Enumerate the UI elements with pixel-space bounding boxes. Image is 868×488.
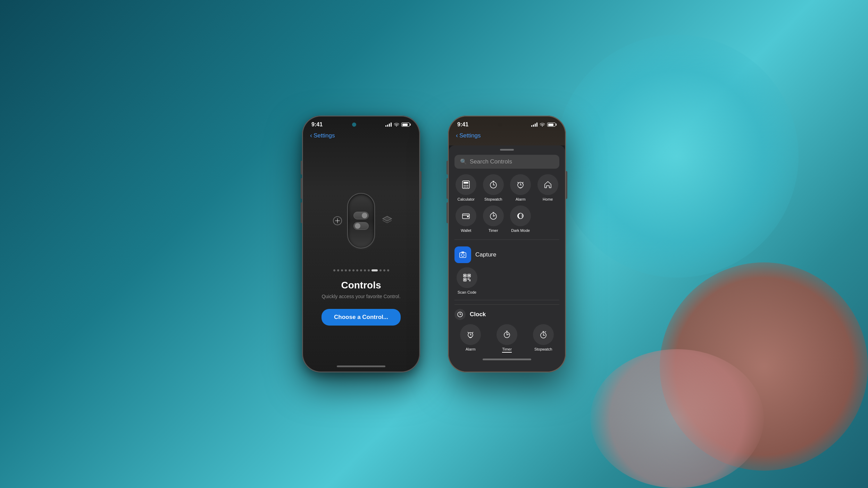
search-bar[interactable]: 🔍 Search Controls — [454, 155, 559, 169]
phone-2-nav: ‹ Settings — [449, 131, 565, 142]
phone-2-wifi-icon — [540, 122, 545, 127]
stopwatch-label: Stopwatch — [484, 197, 502, 201]
svg-rect-33 — [461, 252, 464, 253]
svg-rect-4 — [464, 182, 468, 184]
choose-control-button[interactable]: Choose a Control... — [322, 309, 401, 326]
calculator-icon-circle — [456, 174, 476, 195]
clock-section-title: Clock — [470, 311, 486, 318]
phone-1-dynamic-island-mini — [352, 123, 356, 127]
dot-10 — [368, 269, 370, 271]
phone-2-left-btn-3 — [446, 202, 448, 223]
phone-1-right-btn — [420, 171, 422, 199]
phone-1-home-indicator — [337, 365, 385, 367]
phone-1-back-button[interactable]: ‹ Settings — [310, 132, 335, 139]
timer-icon-circle — [483, 205, 504, 226]
clock-stopwatch-icon — [533, 324, 554, 345]
svg-point-9 — [466, 186, 467, 187]
dot-11 — [372, 269, 378, 271]
controls-subtitle: Quickly access your favorite Control. — [322, 294, 400, 299]
phone-2-signal — [531, 123, 537, 127]
dot-5 — [349, 269, 351, 271]
clock-sub-grid: Alarm — [454, 324, 559, 353]
dark-mode-icon-circle — [510, 205, 531, 226]
toggle-pill-bottom — [353, 222, 369, 230]
phone-2-battery-icon — [547, 123, 557, 127]
sheet-handle — [500, 149, 514, 151]
pagination-dots — [333, 269, 389, 271]
phone-2-top: 9:41 — [449, 117, 565, 145]
control-dark-mode[interactable]: Dark Mode — [509, 205, 532, 233]
alarm-icon-circle — [510, 174, 531, 195]
dot-4 — [345, 269, 347, 271]
control-stopwatch[interactable]: Stopwatch — [482, 174, 505, 201]
dot-13 — [383, 269, 385, 271]
phone-1-back-label: Settings — [314, 132, 335, 139]
add-icon — [330, 213, 345, 228]
clock-alarm-label: Alarm — [466, 347, 476, 351]
layers-icon — [382, 216, 392, 226]
phone-1-status-bar: 9:41 — [303, 117, 419, 131]
phone-1-battery-icon — [401, 123, 411, 127]
toggle-capsule — [347, 193, 375, 249]
controls-main-grid: Calculator — [454, 174, 559, 233]
phone-2-time: 9:41 — [457, 121, 468, 128]
phone-1-screen: 9:41 — [303, 117, 419, 371]
svg-point-6 — [466, 185, 467, 186]
divider-2 — [454, 300, 559, 300]
dot-7 — [356, 269, 358, 271]
dot-2 — [337, 269, 339, 271]
controls-grid-section: Calculator — [449, 174, 565, 356]
clock-alarm-item[interactable]: Alarm — [454, 324, 487, 353]
phone-2-back-arrow: ‹ — [456, 132, 458, 139]
clock-timer-icon — [496, 324, 517, 345]
phone-2-home-indicator — [483, 359, 531, 360]
phones-container: 9:41 — [0, 0, 868, 488]
svg-rect-31 — [460, 253, 466, 258]
dark-mode-label: Dark Mode — [511, 228, 530, 233]
scan-code-item[interactable]: Scan Code — [456, 267, 478, 294]
home-icon-circle — [537, 174, 558, 195]
svg-point-32 — [461, 254, 464, 256]
control-calculator[interactable]: Calculator — [454, 174, 478, 201]
alarm-label: Alarm — [516, 197, 526, 201]
search-icon: 🔍 — [460, 158, 467, 165]
sheet-panel: 🔍 Search Controls — [449, 145, 565, 371]
dot-1 — [333, 269, 335, 271]
phone-1-time: 9:41 — [311, 121, 323, 128]
phone-1-content: 9:41 — [303, 117, 419, 371]
home-label: Home — [543, 197, 553, 201]
clock-timer-item[interactable]: Timer — [491, 324, 523, 353]
phone-2-screen: 9:41 — [449, 117, 565, 371]
phone-2-back-label: Settings — [459, 132, 481, 139]
control-timer[interactable]: Timer — [482, 205, 505, 233]
control-alarm[interactable]: Alarm — [509, 174, 532, 201]
capture-section: Capture — [454, 244, 559, 267]
phone-1-wifi-icon — [394, 122, 399, 127]
phone-2-status-bar: 9:41 — [449, 117, 565, 131]
phone-2-left-btn-1 — [446, 161, 448, 175]
svg-point-8 — [464, 186, 465, 187]
phone-1-left-btn-3 — [301, 202, 302, 223]
clock-section-icon — [454, 309, 466, 320]
search-placeholder: Search Controls — [470, 158, 512, 165]
phone-2-status-icons — [531, 122, 557, 127]
phone-1-left-btn-1 — [301, 161, 302, 175]
toggle-pill-top — [353, 212, 369, 219]
clock-stopwatch-item[interactable]: Stopwatch — [527, 324, 559, 353]
phone-1-signal — [385, 123, 392, 127]
phone-1-left-btn-2 — [301, 178, 302, 199]
svg-rect-37 — [468, 275, 470, 276]
divider-1 — [454, 239, 559, 240]
controls-icon-area — [326, 179, 396, 262]
phone-2-right-btn — [566, 171, 567, 199]
control-wallet[interactable]: Wallet — [454, 205, 478, 233]
wallet-icon-circle — [456, 205, 476, 226]
phone-2-left-btn-2 — [446, 178, 448, 199]
calculator-label: Calculator — [457, 197, 475, 201]
svg-line-52 — [472, 332, 473, 333]
phone-2-back-button[interactable]: ‹ Settings — [456, 132, 481, 139]
clock-timer-label: Timer — [502, 347, 512, 353]
dot-14 — [387, 269, 389, 271]
control-home[interactable]: Home — [536, 174, 560, 201]
clock-stopwatch-label: Stopwatch — [534, 347, 552, 351]
